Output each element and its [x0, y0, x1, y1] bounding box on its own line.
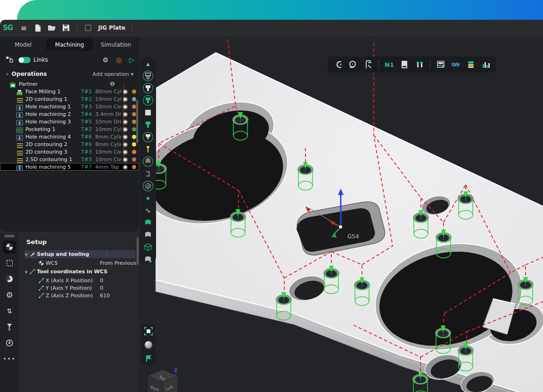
layer-stack-icon[interactable] — [464, 58, 477, 71]
dial-gauge-icon[interactable] — [3, 336, 16, 350]
fit-view-icon[interactable] — [142, 325, 155, 337]
operation-tool-desc: 10mm Cylindrica — [95, 126, 121, 132]
setup-property-row[interactable]: Y (Axis Y Position)0 — [19, 284, 139, 292]
operation-tool-number: T#4 — [81, 111, 95, 117]
operation-row[interactable]: 2D contouring 2T#68mm Cylindrical◉ — [0, 140, 139, 148]
operation-row[interactable]: Hole machining 4T#68mm Cylindrical◉ — [0, 133, 139, 140]
operation-row[interactable]: Hole machining 5T#74mm Tap◉ — [0, 163, 139, 171]
recalc-icon[interactable]: ◎ — [116, 56, 122, 64]
setup-property-row[interactable]: X (Axis X Position)0 — [19, 277, 139, 284]
operation-visibility-radio[interactable]: ◉ — [121, 119, 129, 124]
magnet-icon[interactable] — [331, 58, 345, 71]
property-value[interactable]: From Previous — [100, 260, 136, 266]
main-menu-button[interactable]: ≡ — [16, 22, 31, 33]
tool-green-icon[interactable] — [142, 95, 154, 106]
bracket-icon[interactable] — [142, 168, 154, 180]
tab-model[interactable]: Model — [0, 39, 46, 51]
curve-wave-icon[interactable]: ∿ — [142, 205, 154, 216]
operation-row[interactable]: 2D contouring 1T#210mm Cylindrica◉ — [0, 95, 139, 103]
operation-visibility-radio[interactable]: ◉ — [121, 156, 129, 162]
property-label: Z (Axis Z Position) — [46, 293, 93, 299]
run-simulation-icon[interactable]: ▷ — [129, 56, 134, 64]
selection-region-icon[interactable] — [3, 256, 16, 270]
tool-outline-icon[interactable] — [142, 70, 154, 82]
stock-square-icon[interactable] — [142, 107, 154, 118]
gcode-n1-icon[interactable]: N1 — [383, 58, 396, 71]
operation-visibility-radio[interactable]: ◉ — [121, 96, 129, 102]
save-button[interactable] — [59, 22, 73, 33]
operations-scrollbar[interactable] — [136, 100, 138, 143]
operation-visibility-radio[interactable]: ◉ — [121, 111, 129, 117]
dock-handle[interactable] — [4, 235, 15, 237]
tab-simulation[interactable]: Simulation — [93, 39, 139, 51]
setup-panel-title: Setup — [19, 233, 139, 249]
operation-visibility-radio[interactable]: ◉ — [121, 164, 129, 170]
operations-collapse-chevron[interactable]: ∨ — [6, 72, 9, 76]
operation-tool-number: T#2 — [81, 126, 95, 132]
view-cube[interactable]: Top Back Left Z Y — [144, 368, 178, 392]
operation-visibility-radio[interactable]: ◉ — [121, 134, 129, 139]
operation-visibility-radio[interactable]: ◉ — [121, 141, 129, 147]
surface-green-icon[interactable] — [142, 217, 154, 228]
sphere-view-icon[interactable] — [142, 339, 155, 351]
operations-settings-gear-icon[interactable]: ⚙ — [102, 56, 108, 64]
transfer-arrows-icon[interactable]: ⇅ — [3, 304, 16, 318]
setup-scrollbar[interactable] — [137, 237, 139, 265]
disc-tool-icon[interactable] — [3, 272, 16, 286]
drill-tool-icon[interactable] — [3, 320, 16, 334]
property-value[interactable]: 0 — [100, 278, 103, 284]
tool-position-marker[interactable] — [412, 372, 428, 392]
setup-property-row[interactable]: Z (Axis Z Position)610 — [19, 292, 139, 299]
viewport-3d[interactable]: G54 Top Back Left Z Y ▲∿ N1 + ∨ — [139, 37, 543, 392]
operation-row[interactable]: Hole machining 1T#310mm Countersi◉ — [0, 103, 139, 110]
page-icon[interactable] — [398, 58, 411, 71]
setup-group-header[interactable]: ∨Tool coordinates in WCS — [25, 268, 135, 276]
new-file-button[interactable] — [31, 22, 45, 33]
operation-visibility-radio[interactable]: ◉ — [121, 149, 129, 155]
operation-visibility-radio[interactable]: ◉ — [121, 89, 129, 94]
setup-property-row[interactable]: WCSFrom Previous — [19, 259, 139, 267]
patch-dot-icon[interactable] — [142, 253, 154, 265]
tool-green-small-icon[interactable] — [142, 119, 154, 131]
mesh-grid-icon[interactable] — [142, 241, 154, 253]
operation-row[interactable]: Hole machining 2T#43.4mm Drill◉ — [0, 110, 139, 118]
tool-white-icon[interactable] — [142, 82, 154, 94]
open-file-button[interactable] — [45, 22, 59, 33]
caliper-icon[interactable] — [362, 58, 375, 71]
app-logo[interactable]: SG — [3, 24, 13, 32]
operation-name: 2D contouring 2 — [25, 141, 81, 147]
drill-small-icon[interactable] — [142, 144, 154, 155]
setup-group-header[interactable]: ∨Setup and tooling — [25, 250, 135, 258]
operation-row[interactable]: Face Milling 1T#180mm Cylindrica◉ — [0, 88, 139, 95]
surface-gray-icon[interactable] — [142, 229, 154, 240]
flag-marker-icon[interactable] — [142, 353, 155, 365]
measure-tape-icon[interactable] — [346, 58, 360, 71]
wcs-datum-icon[interactable] — [3, 240, 16, 253]
operation-group-row[interactable]: Partner⊖ — [0, 80, 139, 88]
operation-row[interactable]: Hole machining 3T#510mm Drill◉ — [0, 118, 139, 125]
operation-row[interactable]: 2D contouring 3T#310mm Countersi◉ — [0, 148, 139, 155]
more-ellipsis-icon[interactable]: ••• — [3, 352, 16, 366]
tool-pair-icon[interactable] — [413, 58, 426, 71]
property-value[interactable]: 0 — [100, 285, 103, 291]
operation-visibility-radio[interactable]: ◉ — [121, 104, 129, 109]
toolpath-wave-icon[interactable] — [449, 58, 462, 71]
settings-gear-icon[interactable]: ⚙ — [3, 288, 16, 302]
property-value[interactable]: 610 — [100, 293, 110, 299]
operation-row[interactable]: 2.5D contouring 1T#310mm Countersi◉ — [0, 155, 139, 163]
add-operation-button[interactable]: Add operation ▾ — [92, 71, 133, 77]
operation-visibility-radio[interactable]: ◉ — [121, 126, 129, 132]
point-dot-icon[interactable] — [142, 193, 154, 204]
operation-tool-desc: 8mm Cylindrical — [95, 134, 121, 140]
stats-bars-icon[interactable] — [479, 58, 493, 71]
tool-holder-icon[interactable] — [142, 156, 154, 167]
tab-machining[interactable]: Machining — [46, 39, 92, 51]
group-visibility-badge[interactable]: ⊖ — [108, 81, 116, 87]
operation-row[interactable]: Pocketing 1T#210mm Cylindrica◉ — [0, 125, 139, 133]
links-toggle[interactable] — [18, 57, 31, 63]
control-panel-icon[interactable] — [434, 58, 447, 71]
hatch-circle-icon[interactable] — [142, 180, 154, 192]
tool-countersink-icon[interactable] — [142, 131, 154, 143]
scroll-up-icon[interactable]: ▲ — [142, 58, 154, 69]
hole-operation-icon — [16, 134, 23, 140]
